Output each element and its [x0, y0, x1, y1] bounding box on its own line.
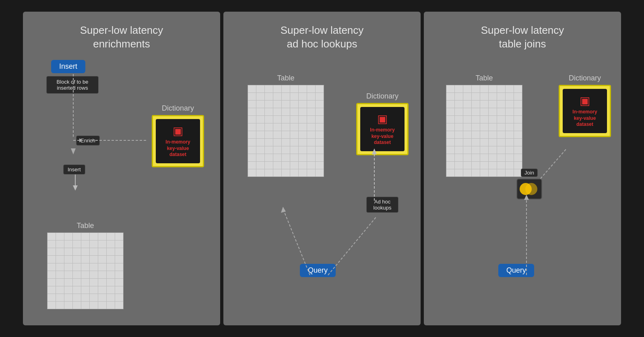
panel2-adhoc-label: Ad hoclookups	[366, 197, 398, 213]
panel1-dict-label: Dictionary	[162, 104, 194, 113]
panel1-table-grid	[47, 232, 124, 309]
panel1-dictionary: Dictionary ▣ In-memorykey-valuedataset	[152, 104, 204, 167]
panel2-query-btn[interactable]: Query	[300, 264, 336, 277]
panel3-dict-text: In-memorykey-valuedataset	[572, 109, 597, 128]
panel2-table-grid	[248, 85, 324, 177]
panel3-title: Super-low latencytable joins	[481, 24, 564, 51]
panel1-table-label: Table	[76, 222, 94, 230]
panel3-query-btn[interactable]: Query	[498, 264, 534, 277]
svg-marker-8	[281, 207, 286, 213]
panel-joins: Super-low latencytable joins Table Dict	[424, 12, 621, 325]
panel2-table-label: Table	[277, 74, 294, 82]
panel2-dict-box: ▣ In-memorykey-valuedataset	[356, 103, 409, 155]
panel3-join: Join	[516, 168, 542, 199]
panel3-join-label: Join	[521, 168, 538, 177]
panel2-dictionary: Dictionary ▣ In-memorykey-valuedataset	[356, 92, 409, 155]
panel3-dict-box: ▣ In-memorykey-valuedataset	[559, 85, 611, 137]
panel1-dict-text: In-memorykey-valuedataset	[165, 139, 190, 158]
panel1-table: Table	[47, 222, 124, 309]
main-container: Super-low latencyenrichments Insert Bloc…	[8, 12, 636, 325]
panel-enrichments: Super-low latencyenrichments Insert Bloc…	[23, 12, 220, 325]
panel3-table: Table	[446, 74, 522, 177]
panel2-dict-inner: ▣ In-memorykey-valuedataset	[360, 107, 405, 151]
panel1-insert-mid-btn: Insert	[63, 164, 85, 175]
panel1-dict-box: ▣ In-memorykey-valuedataset	[152, 115, 204, 167]
panel1-dict-inner: ▣ In-memorykey-valuedataset	[156, 119, 200, 163]
panel3-table-label: Table	[475, 74, 493, 82]
svg-marker-1	[71, 148, 76, 154]
panel3-dict-inner: ▣ In-memorykey-valuedataset	[563, 89, 607, 133]
panel1-ram-icon: ▣	[173, 124, 183, 138]
panel1-enrich-btn: Enrich	[76, 136, 100, 146]
panel2-dict-text: In-memorykey-valuedataset	[370, 127, 394, 146]
panel3-join-bg	[516, 179, 542, 199]
panel3-join-circle-right	[525, 183, 537, 195]
panel1-title: Super-low latencyenrichments	[80, 24, 163, 51]
panel1-insert-top-btn[interactable]: Insert	[51, 60, 85, 73]
panel1-block-label: Block of to beinserted rows	[46, 76, 99, 94]
panel3-table-grid	[446, 85, 522, 177]
svg-line-14	[541, 148, 567, 179]
panel3-join-circles	[520, 182, 539, 196]
panel3-dictionary: Dictionary ▣ In-memorykey-valuedataset	[559, 74, 611, 137]
panel2-ram-icon: ▣	[377, 112, 388, 125]
panel2-table: Table	[248, 74, 324, 177]
panel3-ram-icon: ▣	[580, 94, 590, 107]
panel3-dict-label: Dictionary	[569, 74, 601, 82]
panel2-title: Super-low latencyad hoc lookups	[281, 24, 364, 51]
panel-adhoc: Super-low latencyad hoc lookups Table D	[223, 12, 421, 325]
svg-marker-6	[73, 185, 78, 191]
panel2-dict-label: Dictionary	[366, 92, 398, 101]
